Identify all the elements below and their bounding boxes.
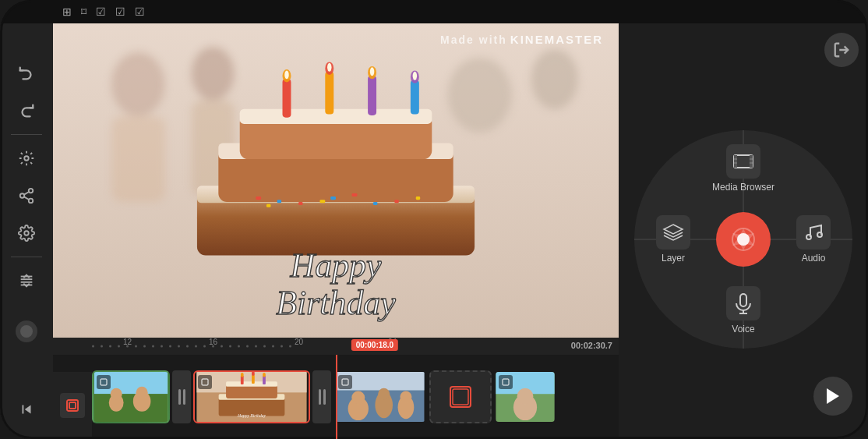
media-browser-label: Media Browser xyxy=(712,182,774,193)
radial-center-button[interactable] xyxy=(716,212,771,267)
ruler-dot xyxy=(238,345,240,348)
clip-1[interactable] xyxy=(92,370,170,423)
toolbar-check1-icon[interactable]: ☑ xyxy=(115,5,125,18)
svg-rect-23 xyxy=(111,116,164,202)
playhead-line xyxy=(336,355,337,439)
clip-2-selected[interactable]: Happy Birthday xyxy=(193,370,310,423)
effects-button[interactable] xyxy=(9,141,44,175)
ruler-dot xyxy=(263,345,266,348)
ruler-dot xyxy=(161,345,163,348)
settings-button[interactable] xyxy=(9,216,44,250)
svg-point-13 xyxy=(24,231,29,235)
svg-rect-66 xyxy=(202,379,208,385)
ruler-dot xyxy=(246,345,249,348)
svg-point-10 xyxy=(29,199,34,203)
svg-point-22 xyxy=(531,49,578,109)
microphone-button[interactable] xyxy=(16,320,37,342)
svg-point-63 xyxy=(111,388,122,400)
svg-line-11 xyxy=(24,196,29,200)
toolbar-crop-icon[interactable]: ⌑ xyxy=(81,5,86,18)
ruler-dot xyxy=(118,345,120,348)
watermark: Made with KINEMASTER xyxy=(440,33,603,46)
svg-rect-34 xyxy=(352,193,358,196)
svg-point-21 xyxy=(448,58,512,133)
svg-point-95 xyxy=(517,388,534,405)
layer-item[interactable]: Layer xyxy=(656,215,690,264)
layer-icon xyxy=(656,215,690,250)
sidebar-sep1 xyxy=(11,134,42,135)
share-button[interactable] xyxy=(9,179,44,213)
svg-point-20 xyxy=(192,47,235,100)
ruler-dot xyxy=(203,345,206,348)
svg-marker-106 xyxy=(664,225,683,234)
play-icon xyxy=(825,388,841,405)
timeline-end-time: 00:02:30.7 xyxy=(571,341,612,350)
media-browser-icon xyxy=(726,144,760,179)
pause-1[interactable] xyxy=(172,370,191,423)
clip-placeholder[interactable] xyxy=(429,370,492,423)
redo-button[interactable] xyxy=(9,94,44,128)
pause-bar-1a xyxy=(178,389,181,405)
shutter-icon xyxy=(729,225,757,253)
device-frame: 🔇 4:37 PM ⊞ ⌑ ☑ xyxy=(0,0,868,439)
layers-button[interactable] xyxy=(9,264,44,298)
film-icon xyxy=(732,150,754,172)
toolbar-photo-icon[interactable]: ⊞ xyxy=(62,5,72,18)
playhead-time: 00:00:18.0 xyxy=(351,339,398,351)
svg-point-110 xyxy=(817,232,822,237)
voice-item[interactable]: Voice xyxy=(726,286,760,335)
pause-2[interactable] xyxy=(312,370,331,423)
clip-2-icon-overlay xyxy=(198,375,212,389)
svg-rect-80 xyxy=(342,379,348,385)
svg-point-78 xyxy=(263,373,266,377)
pause-bar-1b xyxy=(183,389,185,405)
svg-point-47 xyxy=(284,70,288,79)
ruler-dot xyxy=(109,345,111,348)
ruler-dot xyxy=(135,345,137,348)
media-browser-item[interactable]: Media Browser xyxy=(712,144,774,193)
layers-icon xyxy=(662,221,684,243)
undo-button[interactable] xyxy=(9,56,44,90)
audio-item[interactable]: Audio xyxy=(796,215,831,264)
clip-4[interactable] xyxy=(494,370,556,423)
svg-text:Happy Birthday: Happy Birthday xyxy=(237,413,266,418)
svg-rect-100 xyxy=(734,155,737,168)
svg-rect-91 xyxy=(503,379,509,385)
svg-point-88 xyxy=(400,391,411,402)
sidebar-sep2 xyxy=(11,257,42,257)
svg-rect-111 xyxy=(740,294,746,306)
toolbar-layers-icon[interactable]: ☑ xyxy=(96,5,106,18)
clip-3[interactable] xyxy=(333,370,427,423)
svg-rect-41 xyxy=(416,196,420,200)
svg-rect-37 xyxy=(330,196,336,200)
svg-point-84 xyxy=(351,391,365,404)
ruler-dot xyxy=(281,345,283,348)
play-button[interactable] xyxy=(813,377,852,416)
ruler-dot xyxy=(195,345,197,348)
svg-point-49 xyxy=(327,63,331,72)
timeline-tracks[interactable]: Happy Birthday xyxy=(53,355,619,439)
exit-button[interactable] xyxy=(824,33,859,67)
svg-rect-32 xyxy=(256,196,261,200)
pause-icon-1 xyxy=(178,389,185,405)
ruler-dot xyxy=(126,345,129,348)
ruler-dot xyxy=(92,345,94,348)
svg-rect-36 xyxy=(277,200,281,203)
svg-point-65 xyxy=(136,387,148,398)
svg-rect-71 xyxy=(226,385,277,398)
center-area: Happy Birthday Made with KINEMASTER 12 xyxy=(53,23,619,439)
pause-bar-2b xyxy=(323,389,326,405)
rewind-button[interactable] xyxy=(9,392,44,427)
audio-icon xyxy=(796,215,831,250)
svg-point-8 xyxy=(29,189,34,193)
ruler-dot xyxy=(212,345,214,348)
microphone-icon xyxy=(732,292,754,314)
toolbar-check2-icon[interactable]: ☑ xyxy=(135,5,145,18)
pause-bar-2a xyxy=(319,389,321,405)
svg-rect-44 xyxy=(368,76,376,115)
timeline-scroll-area[interactable]: Happy Birthday xyxy=(53,358,556,436)
svg-point-7 xyxy=(24,156,29,161)
ruler-dot xyxy=(221,345,223,348)
voice-icon xyxy=(726,286,760,320)
placeholder-icon xyxy=(449,385,472,409)
